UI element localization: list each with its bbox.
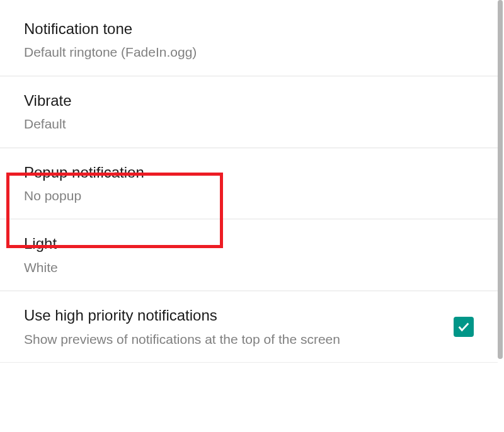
high-priority-checkbox[interactable] (454, 317, 474, 337)
settings-list: Notification tone Default ringtone (Fade… (0, 0, 498, 363)
checkmark-icon (457, 320, 471, 334)
setting-title: Popup notification (24, 162, 474, 183)
setting-light[interactable]: Light White (0, 219, 498, 291)
setting-subtitle: No popup (24, 186, 474, 205)
setting-notification-tone[interactable]: Notification tone Default ringtone (Fade… (0, 0, 498, 76)
setting-title: Vibrate (24, 91, 474, 111)
setting-text: Light White (24, 234, 474, 276)
setting-vibrate[interactable]: Vibrate Default (0, 76, 498, 148)
setting-subtitle: Default (24, 115, 474, 133)
setting-subtitle: Show previews of notifications at the to… (24, 330, 444, 348)
setting-high-priority-notifications[interactable]: Use high priority notifications Show pre… (0, 291, 498, 363)
setting-text: Use high priority notifications Show pre… (24, 305, 444, 348)
setting-text: Notification tone Default ringtone (Fade… (24, 19, 474, 62)
setting-subtitle: Default ringtone (FadeIn.ogg) (24, 43, 474, 61)
setting-text: Vibrate Default (24, 91, 474, 134)
setting-title: Use high priority notifications (24, 305, 444, 326)
setting-subtitle: White (24, 258, 474, 276)
setting-title: Notification tone (24, 19, 474, 39)
scrollbar[interactable] (498, 0, 503, 359)
setting-title: Light (24, 234, 474, 254)
setting-text: Popup notification No popup (24, 162, 474, 205)
setting-popup-notification[interactable]: Popup notification No popup (0, 148, 498, 220)
